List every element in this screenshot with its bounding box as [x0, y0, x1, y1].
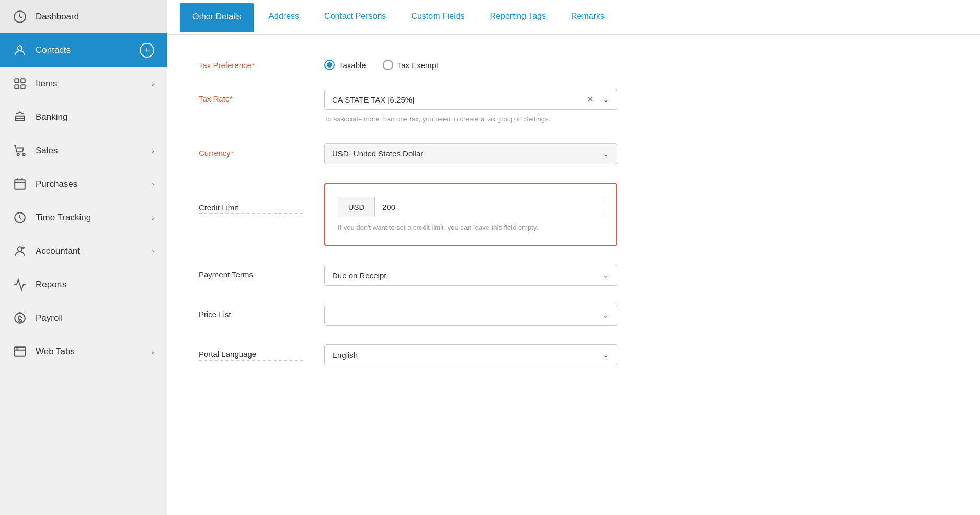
tab-bar: Other Details Address Contact Persons Cu…	[167, 0, 980, 35]
currency-chevron-icon: ⌄	[602, 149, 609, 159]
sidebar-label-time-tracking: Time Tracking	[36, 212, 91, 223]
sidebar-label-sales: Sales	[36, 145, 58, 156]
sidebar-label-accountant: Accountant	[36, 246, 80, 256]
tab-contact-persons[interactable]: Contact Persons	[314, 0, 396, 34]
portal-language-control: English ⌄	[324, 344, 617, 365]
payroll-icon	[13, 311, 27, 326]
credit-limit-hint: If you don't want to set a credit limit,…	[338, 222, 603, 233]
credit-currency-label: USD	[338, 197, 375, 217]
contacts-icon	[13, 43, 27, 58]
accountant-icon	[13, 244, 27, 259]
tax-rate-control: CA STATE TAX [6.25%] ✕ ⌄ To associate mo…	[324, 89, 617, 125]
svg-rect-4	[15, 85, 19, 89]
sidebar-item-dashboard[interactable]: Dashboard	[0, 0, 167, 33]
tax-rate-hint: To associate more than one tax, you need…	[324, 114, 617, 125]
sidebar-item-banking[interactable]: Banking	[0, 100, 167, 134]
currency-row: Currency* USD- United States Dollar ⌄	[199, 143, 711, 164]
tax-preference-radio-group: Taxable Tax Exempt	[324, 55, 617, 70]
svg-rect-12	[14, 347, 26, 356]
payment-terms-row: Payment Terms Due on Receipt ⌄	[199, 265, 711, 286]
tax-rate-select[interactable]: CA STATE TAX [6.25%] ✕ ⌄	[324, 89, 617, 110]
sidebar-item-payroll[interactable]: Payroll	[0, 301, 167, 335]
credit-limit-amount-input[interactable]	[375, 197, 603, 217]
sidebar-label-web-tabs: Web Tabs	[36, 346, 75, 357]
purchases-chevron-icon: ›	[152, 180, 154, 188]
tax-preference-label: Tax Preference*	[199, 55, 303, 70]
tax-exempt-label: Tax Exempt	[397, 61, 438, 70]
taxable-label: Taxable	[339, 61, 366, 70]
sidebar-item-contacts[interactable]: Contacts +	[0, 33, 167, 67]
payment-terms-label: Payment Terms	[199, 265, 303, 279]
currency-label: Currency*	[199, 143, 303, 158]
portal-language-value: English	[332, 351, 358, 360]
time-tracking-icon	[13, 210, 27, 225]
tax-exempt-radio-circle	[383, 60, 393, 70]
sidebar: Dashboard Contacts + Items ›	[0, 0, 167, 515]
credit-limit-label: Credit Limit	[199, 198, 303, 214]
svg-rect-2	[15, 79, 19, 83]
sidebar-item-time-tracking[interactable]: Time Tracking ›	[0, 201, 167, 234]
dashboard-icon	[13, 9, 27, 24]
credit-limit-row: Credit Limit USD If you don't want to se…	[199, 183, 711, 247]
sidebar-item-accountant[interactable]: Accountant ›	[0, 234, 167, 268]
price-list-select[interactable]: ⌄	[324, 305, 617, 326]
svg-rect-8	[15, 180, 25, 189]
contacts-add-button[interactable]: +	[140, 43, 154, 58]
tax-preference-row: Tax Preference* Taxable Tax Exempt	[199, 55, 711, 70]
portal-language-label: Portal Language	[199, 344, 303, 361]
currency-value: USD- United States Dollar	[332, 149, 423, 158]
credit-limit-input-group: USD	[338, 197, 603, 217]
sidebar-item-sales[interactable]: Sales ›	[0, 134, 167, 167]
tax-rate-label: Tax Rate*	[199, 89, 303, 103]
price-list-label: Price List	[199, 305, 303, 319]
svg-point-7	[22, 153, 25, 155]
sales-icon	[13, 143, 27, 158]
items-chevron-icon: ›	[152, 80, 154, 88]
payment-terms-chevron-icon: ⌄	[602, 271, 609, 280]
tax-rate-clear-button[interactable]: ✕	[587, 95, 594, 104]
payment-terms-select[interactable]: Due on Receipt ⌄	[324, 265, 617, 286]
portal-language-select[interactable]: English ⌄	[324, 344, 617, 365]
sales-chevron-icon: ›	[152, 147, 154, 155]
accountant-chevron-icon: ›	[152, 247, 154, 255]
reports-icon	[13, 277, 27, 292]
web-tabs-icon	[13, 344, 27, 359]
tab-custom-fields[interactable]: Custom Fields	[401, 0, 475, 34]
taxable-radio-circle	[324, 60, 335, 70]
sidebar-item-items[interactable]: Items ›	[0, 67, 167, 100]
time-tracking-chevron-icon: ›	[152, 214, 154, 222]
sidebar-label-dashboard: Dashboard	[36, 12, 79, 22]
main-content: Other Details Address Contact Persons Cu…	[167, 0, 980, 515]
tab-remarks[interactable]: Remarks	[561, 0, 615, 34]
svg-point-1	[18, 46, 22, 50]
tax-rate-value: CA STATE TAX [6.25%]	[332, 95, 414, 104]
sidebar-label-items: Items	[36, 79, 58, 89]
taxable-radio[interactable]: Taxable	[324, 60, 366, 70]
payment-terms-control: Due on Receipt ⌄	[324, 265, 617, 286]
price-list-row: Price List ⌄	[199, 305, 711, 326]
credit-limit-wrapper: USD If you don't want to set a credit li…	[324, 183, 617, 247]
sidebar-item-reports[interactable]: Reports	[0, 268, 167, 301]
currency-control: USD- United States Dollar ⌄	[324, 143, 617, 164]
tab-other-details[interactable]: Other Details	[180, 3, 254, 32]
tax-exempt-radio[interactable]: Tax Exempt	[383, 60, 438, 70]
portal-language-row: Portal Language English ⌄	[199, 344, 711, 365]
currency-select[interactable]: USD- United States Dollar ⌄	[324, 143, 617, 164]
payment-terms-value: Due on Receipt	[332, 271, 386, 280]
svg-rect-3	[21, 79, 25, 83]
price-list-control: ⌄	[324, 305, 617, 326]
tax-rate-row: Tax Rate* CA STATE TAX [6.25%] ✕ ⌄ To as…	[199, 89, 711, 125]
sidebar-item-purchases[interactable]: Purchases ›	[0, 167, 167, 201]
tab-reporting-tags[interactable]: Reporting Tags	[480, 0, 556, 34]
tax-rate-chevron-icon: ⌄	[602, 95, 609, 104]
sidebar-label-banking: Banking	[36, 112, 67, 122]
sidebar-label-payroll: Payroll	[36, 313, 63, 323]
tab-address[interactable]: Address	[258, 0, 310, 34]
tax-preference-control: Taxable Tax Exempt	[324, 55, 617, 70]
price-list-chevron-icon: ⌄	[602, 310, 609, 320]
svg-point-6	[17, 153, 19, 155]
sidebar-item-web-tabs[interactable]: Web Tabs ›	[0, 335, 167, 368]
items-icon	[13, 76, 27, 91]
sidebar-label-purchases: Purchases	[36, 179, 77, 189]
web-tabs-chevron-icon: ›	[152, 348, 154, 356]
